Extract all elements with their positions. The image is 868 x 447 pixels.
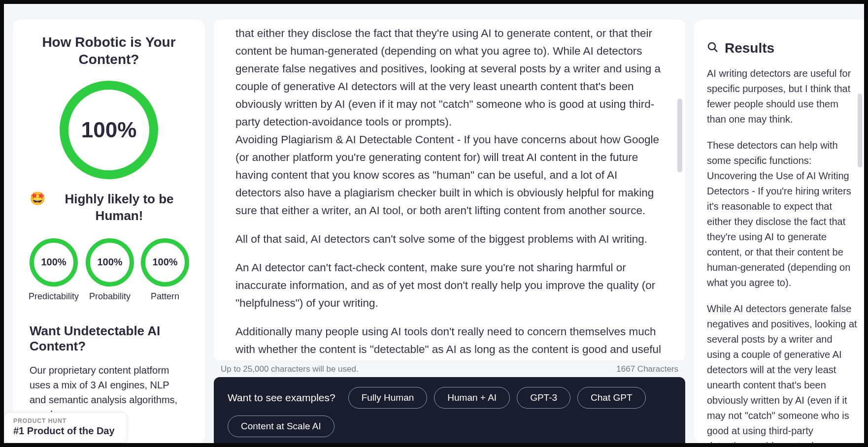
metric-ring: 100% <box>86 238 134 287</box>
metric-rings: 100% Predictability 100% Probability 100… <box>29 238 189 302</box>
undetectable-heading: Want Undetectable AI Content? <box>30 323 188 354</box>
editor-panel: that either they disclose the fact that … <box>214 20 685 443</box>
score-title: How Robotic is Your Content? <box>30 33 188 68</box>
score-panel: How Robotic is Your Content? 100% 🤩 High… <box>13 20 205 443</box>
metric-predictability: 100% Predictability <box>29 238 79 302</box>
verdict-text: Highly likely to be Human! <box>50 191 188 224</box>
verdict: 🤩 Highly likely to be Human! <box>30 191 188 224</box>
example-chatgpt-button[interactable]: Chat GPT <box>577 387 645 409</box>
char-count: 1667 Characters <box>616 364 678 374</box>
results-paragraph: While AI detectors generate false negati… <box>707 301 857 443</box>
metric-value: 100% <box>152 256 177 268</box>
metric-pattern: 100% Pattern <box>141 238 189 302</box>
overall-score-value: 100% <box>81 118 137 142</box>
ph-badge-title: #1 Product of the Day <box>13 425 118 437</box>
example-content-at-scale-button[interactable]: Content at Scale AI <box>228 415 334 437</box>
editor-paragraph: An AI detector can't fact-check content,… <box>235 259 666 312</box>
results-header: Results <box>707 40 857 56</box>
example-gpt3-button[interactable]: GPT-3 <box>517 387 570 409</box>
metric-value: 100% <box>41 256 66 268</box>
svg-line-1 <box>714 49 717 52</box>
editor-paragraph: Avoiding Plagiarism & AI Detectable Cont… <box>235 131 666 220</box>
starstruck-emoji-icon: 🤩 <box>30 191 45 206</box>
svg-point-0 <box>708 43 715 50</box>
example-human-ai-button[interactable]: Human + AI <box>434 387 510 409</box>
editor-scrollbar[interactable] <box>677 98 682 172</box>
metric-label: Pattern <box>151 291 179 302</box>
results-paragraph: AI writing detectors are useful for spec… <box>707 66 857 127</box>
metric-probability: 100% Probability <box>86 238 134 302</box>
char-limit-note: Up to 25,000 characters will be used. <box>221 364 359 374</box>
character-info-row: Up to 25,000 characters will be used. 16… <box>214 360 685 377</box>
results-panel: Results AI writing detectors are useful … <box>694 20 864 443</box>
overall-score-ring: 100% <box>60 81 158 179</box>
example-fully-human-button[interactable]: Fully Human <box>348 387 428 409</box>
results-paragraph: These detectors can help with some speci… <box>707 138 857 290</box>
metric-label: Probability <box>89 291 131 302</box>
editor-paragraph: All of that said, AI detectors can't sol… <box>235 230 666 248</box>
examples-bar: Want to see examples? Fully Human Human … <box>214 377 685 443</box>
results-scrollbar[interactable] <box>858 94 862 167</box>
metric-value: 100% <box>97 256 122 268</box>
content-editor[interactable]: that either they disclose the fact that … <box>214 20 685 360</box>
editor-paragraph: that either they disclose the fact that … <box>235 25 666 131</box>
metric-label: Predictability <box>29 291 79 302</box>
examples-label: Want to see examples? <box>228 392 335 404</box>
editor-paragraph: Additionally many people using AI tools … <box>235 323 666 360</box>
results-title: Results <box>725 40 774 56</box>
metric-ring: 100% <box>141 238 189 287</box>
ph-badge-label: PRODUCT HUNT <box>13 417 118 424</box>
results-body: AI writing detectors are useful for spec… <box>707 66 857 443</box>
product-hunt-badge[interactable]: PRODUCT HUNT #1 Product of the Day <box>4 412 127 443</box>
metric-ring: 100% <box>30 238 78 287</box>
magnifier-icon <box>707 41 719 55</box>
